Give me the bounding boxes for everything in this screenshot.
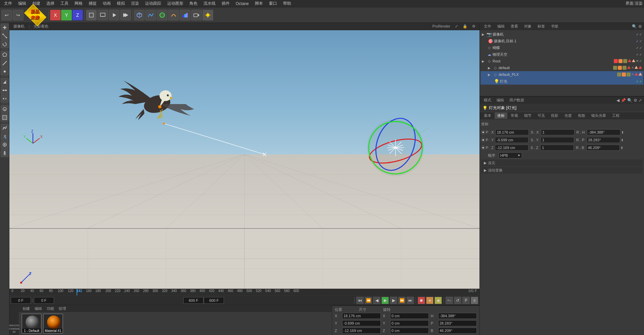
material-manager-button[interactable] <box>1 105 9 113</box>
prev-keyframe-button[interactable]: ⏪ <box>365 297 372 304</box>
menu-mograph[interactable]: 运动图形 <box>165 0 186 7</box>
at-basic-tab[interactable]: 基本 <box>481 112 494 119</box>
next-frame-button[interactable]: ▶ <box>390 297 397 304</box>
obj-row-root[interactable]: ▶ ◇ Root ✕ ✓ <box>480 58 643 64</box>
key-button[interactable]: ◆ <box>434 297 442 304</box>
y-axis-button[interactable]: Y <box>61 10 72 20</box>
am-maximize-icon[interactable]: ⤢ <box>639 98 642 103</box>
character-tool-button[interactable] <box>1 149 9 157</box>
om-search-icon[interactable]: 🔍 <box>632 24 637 29</box>
deformer-button[interactable] <box>168 10 179 20</box>
sx-value[interactable]: 1 <box>541 129 574 135</box>
am-search-icon[interactable]: 🔍 <box>627 98 632 103</box>
px-radio[interactable] <box>481 130 485 134</box>
py-radio[interactable] <box>481 138 485 142</box>
bridge-tool-button[interactable] <box>1 86 9 94</box>
am-user-tab[interactable]: 用户数据 <box>507 97 526 103</box>
object-mode-button[interactable] <box>86 10 97 20</box>
menu-character[interactable]: 角色 <box>187 0 200 7</box>
play-button[interactable]: ▶ <box>381 297 389 304</box>
edge-mode-button[interactable] <box>1 59 9 67</box>
texture-tool-button[interactable] <box>1 113 9 122</box>
at-lensflare-tab[interactable]: 镜头光晕 <box>589 112 609 119</box>
rb-spin[interactable]: ⬆ <box>620 146 623 150</box>
paint-button[interactable] <box>1 132 9 140</box>
menu-script[interactable]: 脚本 <box>252 0 266 7</box>
mirror-tool-button[interactable] <box>1 95 9 103</box>
polygon-mode-button[interactable] <box>1 51 9 59</box>
obj-row-camera-target[interactable]: 🎯 摄像机.目标.1 ✓ ✓ <box>480 38 643 44</box>
menu-motion-tracking[interactable]: 运动跟踪 <box>142 0 164 7</box>
mograph-button[interactable] <box>180 10 190 20</box>
rh-value[interactable]: -384.388° <box>587 129 620 135</box>
auto-key-button[interactable]: ● <box>426 297 433 304</box>
mat-edit-button[interactable]: 编辑 <box>34 306 43 311</box>
end-frame-field[interactable]: 600 F <box>183 297 203 304</box>
add-keyframe-button[interactable]: +⬦ <box>446 297 453 304</box>
obj-row-light[interactable]: 💡 灯光 ✓ ✓ <box>480 78 643 85</box>
at-visible-tab[interactable]: 可见 <box>535 112 548 119</box>
go-to-start-button[interactable]: ⏮ <box>356 297 364 304</box>
go-to-end-button[interactable]: ⏭ <box>407 297 414 304</box>
om-bookmark-tab[interactable]: 书签 <box>549 23 560 30</box>
obj-row-default[interactable]: ▶ ◇ default ✕ <box>480 64 643 71</box>
scale-tool-button[interactable] <box>1 32 9 40</box>
menu-pipeline[interactable]: 流水线 <box>201 0 218 7</box>
rotate-tool-button[interactable] <box>1 40 9 48</box>
vp-camera-button[interactable]: 摄像机 <box>12 24 26 29</box>
z-axis-button[interactable]: Z <box>72 10 83 20</box>
pz-value[interactable]: -12.169 cm <box>495 145 528 151</box>
om-view-tab[interactable]: 查看 <box>509 23 520 30</box>
knife-tool-button[interactable] <box>1 78 9 86</box>
redo-button[interactable]: ↪ <box>13 10 24 20</box>
vp-display-button[interactable]: 光影着色 <box>32 24 50 29</box>
3d-viewport[interactable]: X Y Z <box>9 30 479 228</box>
light-button[interactable] <box>202 10 213 20</box>
at-coord-tab[interactable]: 坐标 <box>495 112 507 119</box>
om-object-tab[interactable]: 对象 <box>522 23 534 30</box>
px-value[interactable]: 18.176 cm <box>495 129 529 135</box>
menu-anim[interactable]: 动画 <box>100 0 113 7</box>
menu-octane[interactable]: Octane <box>233 1 251 7</box>
menu-plugins[interactable]: 插件 <box>219 0 232 7</box>
at-shadow-tab[interactable]: 投影 <box>548 112 561 119</box>
cube-button[interactable] <box>134 10 145 20</box>
obj-row-sky[interactable]: ☁ 物理天空 ✓ ✓ <box>480 51 643 58</box>
rot-h-input[interactable] <box>438 313 477 319</box>
total-frames-field[interactable]: 600 F <box>204 297 224 304</box>
freeze-transform-section[interactable]: ▶ 冻结变换 <box>481 167 643 174</box>
mat-create-button[interactable]: 创建 <box>21 306 31 311</box>
mat-texture-button[interactable]: 纹理 <box>58 306 67 311</box>
x-axis-button[interactable]: X <box>50 10 61 20</box>
pos-z-input[interactable] <box>342 328 381 334</box>
rb-value[interactable]: 46.209° <box>586 145 620 151</box>
size-x-input[interactable] <box>390 313 429 319</box>
sculpt-button[interactable] <box>1 124 9 132</box>
render-active-button[interactable] <box>109 10 120 20</box>
at-project-tab[interactable]: 工程 <box>609 112 622 119</box>
om-file-tab[interactable]: 文件 <box>482 23 493 30</box>
om-edit-tab[interactable]: 编辑 <box>495 23 507 30</box>
prev-frame-button[interactable]: ◀ <box>373 297 380 304</box>
menu-render[interactable]: 渲染 <box>128 0 142 7</box>
menu-window[interactable]: 窗口 <box>266 0 280 7</box>
am-pin-icon[interactable]: 📌 <box>621 98 626 103</box>
move-tool-button[interactable] <box>1 23 9 32</box>
am-edit-tab[interactable]: 编辑 <box>495 97 506 103</box>
pz-radio[interactable] <box>481 146 485 150</box>
timeline-button[interactable]: ≡ <box>471 297 478 304</box>
material-default[interactable]: 1 - Default <box>21 314 42 334</box>
start-frame-field[interactable]: 0 F <box>34 297 54 304</box>
py-value[interactable]: -0.699 cm <box>495 137 528 143</box>
render-all-button[interactable] <box>120 10 131 20</box>
am-mode-tab[interactable]: 模式 <box>482 97 493 103</box>
spline-button[interactable] <box>145 10 156 20</box>
at-general-tab[interactable]: 常规 <box>508 112 521 119</box>
rp-value[interactable]: 28.283° <box>587 137 620 143</box>
menu-select[interactable]: 选择 <box>44 0 57 7</box>
sz-value[interactable]: 1 <box>540 145 574 151</box>
size-z-input[interactable] <box>390 328 429 334</box>
at-detail-tab[interactable]: 细节 <box>521 112 534 119</box>
camera-button[interactable] <box>191 10 202 20</box>
menu-file[interactable]: 文件 <box>1 0 15 7</box>
